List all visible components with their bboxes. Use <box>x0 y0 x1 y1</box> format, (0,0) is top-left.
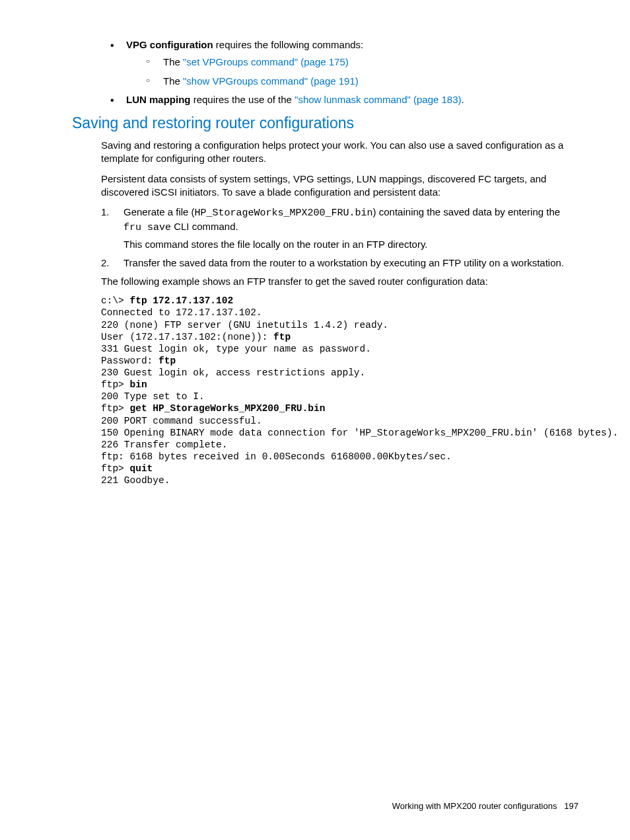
intro-para-1: Saving and restoring a configuration hel… <box>101 139 578 166</box>
step-1-sub: This command stores the file locally on … <box>123 238 578 251</box>
code-l11: 200 PORT command successful. <box>101 416 262 426</box>
code-l12: 150 Opening BINARY mode data connection … <box>101 428 618 438</box>
code-l13: 226 Transfer complete. <box>101 439 227 450</box>
link-show-lunmask[interactable]: "show lunmask command" (page 183) <box>295 94 461 105</box>
step-1-code-2: fru save <box>123 222 171 233</box>
step-2: 2. Transfer the saved data from the rout… <box>101 256 578 270</box>
page-footer: Working with MPX200 router configuration… <box>392 800 578 812</box>
code-l04a: User (172.17.137.102:(none)): <box>101 332 273 342</box>
sub1-prefix: The <box>163 56 183 67</box>
vpg-sub-1: The "set VPGroups command" (page 175) <box>146 56 578 69</box>
steps-list: 1. Generate a file (HP_StorageWorks_MPX2… <box>101 206 578 270</box>
bullet-vpg: VPG configuration requires the following… <box>110 38 578 88</box>
section-heading: Saving and restoring router configuratio… <box>72 113 578 134</box>
code-l06b: ftp <box>158 356 176 366</box>
code-l05: 331 Guest login ok, type your name as pa… <box>101 344 371 354</box>
code-l07: 230 Guest login ok, access restrictions … <box>101 367 365 378</box>
step-1-text-a: Generate a file ( <box>123 206 195 217</box>
code-l09: 200 Type set to I. <box>101 391 205 402</box>
footer-page: 197 <box>564 801 578 811</box>
example-intro: The following example shows an FTP trans… <box>101 275 578 288</box>
lun-label: LUN mapping <box>126 94 191 105</box>
step-2-text: Transfer the saved data from the router … <box>123 257 564 268</box>
code-l15a: ftp> <box>101 463 130 474</box>
step-2-marker: 2. <box>101 256 110 270</box>
link-set-vpgroups[interactable]: "set VPGroups command" (page 175) <box>183 56 349 67</box>
sub2-prefix: The <box>163 75 183 87</box>
code-l14: ftp: 6168 bytes received in 0.00Seconds … <box>101 451 452 462</box>
step-1-marker: 1. <box>101 206 110 219</box>
step-1-text-c: CLI command. <box>171 221 238 232</box>
lun-tail: . <box>462 94 464 105</box>
page: VPG configuration requires the following… <box>0 0 630 840</box>
step-1-text-b: ) containing the saved data by entering … <box>373 206 561 217</box>
code-l10b: get HP_StorageWorks_MPX200_FRU.bin <box>130 403 326 414</box>
top-bullet-list: VPG configuration requires the following… <box>101 38 578 106</box>
code-l16: 221 Goodbye. <box>101 475 170 486</box>
vpg-label: VPG configuration <box>126 39 213 50</box>
code-l01b: ftp 172.17.137.102 <box>130 295 234 306</box>
intro-para-2: Persistent data consists of system setti… <box>101 172 578 200</box>
footer-text: Working with MPX200 router configuration… <box>392 801 557 811</box>
ftp-example-block: c:\> ftp 172.17.137.102 Connected to 172… <box>101 295 578 486</box>
code-l06a: Password: <box>101 356 158 366</box>
code-l08a: ftp> <box>101 379 130 390</box>
vpg-sublist: The "set VPGroups command" (page 175) Th… <box>126 56 578 88</box>
step-1: 1. Generate a file (HP_StorageWorks_MPX2… <box>101 206 578 251</box>
code-l08b: bin <box>130 379 147 390</box>
step-1-code-1: HP_StorageWorks_MPX200_FRU.bin <box>195 208 373 219</box>
code-l15b: quit <box>130 463 153 474</box>
code-l04b: ftp <box>273 332 291 342</box>
content-column: VPG configuration requires the following… <box>52 38 578 486</box>
lun-text: requires the use of the <box>191 94 295 105</box>
vpg-sub-2: The "show VPGroups command" (page 191) <box>146 75 578 88</box>
vpg-text: requires the following commands: <box>213 39 364 50</box>
code-l03: 220 (none) FTP server (GNU inetutils 1.4… <box>101 320 388 330</box>
code-l02: Connected to 172.17.137.102. <box>101 307 262 318</box>
link-show-vpgroups[interactable]: "show VPGroups command" (page 191) <box>183 75 359 87</box>
code-l01a: c:\> <box>101 295 130 306</box>
code-l10a: ftp> <box>101 403 130 414</box>
bullet-lun: LUN mapping requires the use of the "sho… <box>110 93 578 106</box>
